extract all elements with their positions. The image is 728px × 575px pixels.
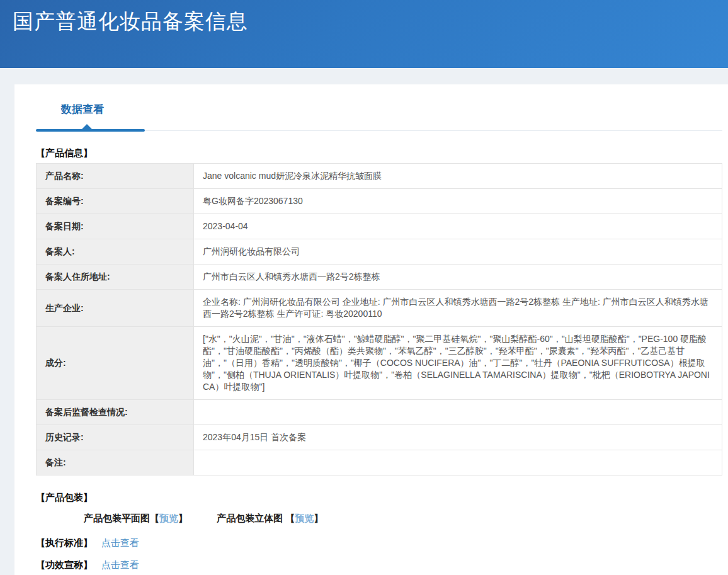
- row-value: [194, 450, 722, 475]
- row-label: 备案人:: [37, 239, 194, 265]
- packaging-flat-group: 产品包装平面图【预览】: [84, 513, 188, 525]
- content-card: 数据查看 【产品信息】 产品名称: Jane volcanic mud妍泥冷泉冰…: [14, 84, 728, 575]
- packaging-stereo-preview-link[interactable]: 预览: [295, 513, 314, 523]
- product-info-table: 产品名称: Jane volcanic mud妍泥冷泉冰泥精华抗皱面膜 备案编号…: [36, 163, 722, 475]
- page-header: 国产普通化妆品备案信息: [0, 0, 728, 68]
- table-row: 备案日期: 2023-04-04: [37, 214, 722, 239]
- row-value: 粤G妆网备字2023067130: [194, 189, 722, 214]
- active-tab-indicator: [36, 129, 145, 132]
- row-value: 企业名称: 广州润研化妆品有限公司 企业地址: 广州市白云区人和镇秀水塘西一路2…: [194, 290, 722, 327]
- table-row: 备案人住所地址: 广州市白云区人和镇秀水塘西一路2号2栋整栋: [37, 265, 722, 290]
- row-value: 广州润研化妆品有限公司: [194, 239, 722, 265]
- table-row: 历史记录: 2023年04月15日 首次备案: [37, 425, 722, 450]
- table-row: 产品名称: Jane volcanic mud妍泥冷泉冰泥精华抗皱面膜: [37, 164, 722, 189]
- page-title: 国产普通化妆品备案信息: [13, 8, 728, 36]
- row-label: 备案日期:: [37, 214, 194, 239]
- bracket-open: 【: [150, 513, 159, 523]
- bracket-open: 【: [285, 513, 295, 523]
- row-label: 备注:: [37, 450, 194, 475]
- packaging-flat-preview-link[interactable]: 预览: [159, 513, 178, 523]
- efficacy-claim-view-link[interactable]: 点击查看: [101, 559, 139, 570]
- table-row: 备案后监督检查情况:: [37, 400, 722, 425]
- section-heading-product-info: 【产品信息】: [36, 147, 722, 159]
- table-row: 生产企业: 企业名称: 广州润研化妆品有限公司 企业地址: 广州市白云区人和镇秀…: [37, 290, 722, 327]
- bracket-close: 】: [178, 513, 188, 523]
- efficacy-claim-row: 【功效宣称】点击查看: [36, 559, 722, 571]
- row-label: 生产企业:: [37, 290, 194, 327]
- table-row: 备案编号: 粤G妆网备字2023067130: [37, 189, 722, 214]
- row-value: [194, 400, 722, 425]
- table-row: 备注:: [37, 450, 722, 475]
- tab-bar: 数据查看: [36, 102, 722, 131]
- bracket-close: 】: [314, 513, 323, 523]
- row-label: 备案后监督检查情况:: [37, 400, 194, 425]
- packaging-flat-label: 产品包装平面图: [84, 513, 150, 523]
- row-value: Jane volcanic mud妍泥冷泉冰泥精华抗皱面膜: [194, 164, 722, 189]
- packaging-stereo-group: 产品包装立体图 【预览】: [217, 513, 323, 525]
- section-heading-execution-standard: 【执行标准】: [36, 537, 93, 548]
- row-label: 成分:: [37, 327, 194, 400]
- row-value: 2023年04月15日 首次备案: [194, 425, 722, 450]
- table-row: 成分: ["水"，"火山泥"，"甘油"，"液体石蜡"，"鲸蜡硬脂醇"，"聚二甲基…: [37, 327, 722, 400]
- tab-data-view[interactable]: 数据查看: [61, 102, 104, 117]
- execution-standard-row: 【执行标准】点击查看: [36, 537, 722, 549]
- row-label: 历史记录:: [37, 425, 194, 450]
- packaging-stereo-label: 产品包装立体图: [217, 513, 283, 523]
- row-label: 产品名称:: [37, 164, 194, 189]
- section-heading-product-packaging: 【产品包装】: [36, 492, 722, 504]
- row-label: 备案编号:: [37, 189, 194, 214]
- row-label: 备案人住所地址:: [37, 265, 194, 290]
- row-value: 2023-04-04: [194, 214, 722, 239]
- table-row: 备案人: 广州润研化妆品有限公司: [37, 239, 722, 265]
- row-value: ["水"，"火山泥"，"甘油"，"液体石蜡"，"鲸蜡硬脂醇"，"聚二甲基硅氧烷"…: [194, 327, 722, 400]
- row-value: 广州市白云区人和镇秀水塘西一路2号2栋整栋: [194, 265, 722, 290]
- execution-standard-view-link[interactable]: 点击查看: [101, 537, 139, 548]
- section-heading-efficacy-claim: 【功效宣称】: [36, 559, 93, 570]
- packaging-row: 产品包装平面图【预览】 产品包装立体图 【预览】: [84, 513, 722, 525]
